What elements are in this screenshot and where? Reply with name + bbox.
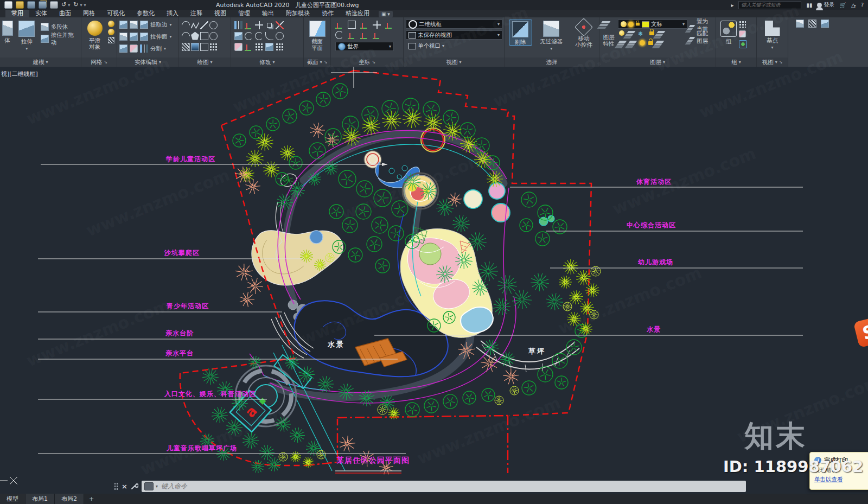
ribbon-tab[interactable]: 曲面 bbox=[53, 9, 77, 17]
panel-label-solid-editing[interactable]: 实体编辑▾ bbox=[117, 58, 178, 67]
hatch-icon[interactable] bbox=[182, 43, 190, 51]
ribbon-tab[interactable]: 管理 bbox=[232, 9, 256, 17]
slice-icon[interactable] bbox=[130, 33, 138, 41]
box-button[interactable]: 体 bbox=[2, 20, 13, 43]
ribbon-tab[interactable]: 插入 bbox=[161, 9, 184, 17]
ribbon-tab[interactable]: 网格 bbox=[77, 9, 101, 17]
extrude-face-icon[interactable] bbox=[234, 32, 242, 40]
ribbon-tab[interactable]: 实体 bbox=[29, 9, 53, 17]
layer-off-icon[interactable] bbox=[619, 30, 624, 36]
3d-rotate-icon[interactable] bbox=[245, 32, 253, 40]
boundary-icon[interactable] bbox=[200, 43, 208, 51]
no-filter-button[interactable]: 无过滤器 ▾ bbox=[538, 20, 566, 52]
panel-label-modeling[interactable]: 建模▾ bbox=[0, 58, 81, 67]
extrude-faces-button[interactable]: 拉伸面 bbox=[150, 33, 168, 41]
ungroup-icon[interactable] bbox=[739, 21, 746, 28]
panel-label-section[interactable]: 截面▾↘ bbox=[304, 58, 330, 67]
polysolid-button[interactable]: 多段体 bbox=[41, 22, 79, 32]
ucs-icon[interactable] bbox=[335, 21, 343, 29]
redo-dropdown-icon[interactable]: ▾ bbox=[80, 3, 82, 8]
layer-walk-icon[interactable] bbox=[618, 41, 627, 43]
ucs-object-icon[interactable] bbox=[360, 21, 368, 29]
ribbon-tab[interactable]: 常用 bbox=[5, 9, 29, 17]
account-icon[interactable]: ▮▮ bbox=[806, 2, 812, 8]
fillet-icon[interactable] bbox=[265, 32, 273, 40]
ucs-world-icon[interactable] bbox=[385, 21, 393, 29]
move-gizmo-button[interactable]: 移动小控件 bbox=[571, 20, 597, 48]
mesh-add-crease-icon[interactable] bbox=[108, 29, 114, 35]
layer-match-icon[interactable] bbox=[629, 41, 637, 43]
clipboard-icon[interactable] bbox=[808, 20, 816, 28]
extrude-button[interactable]: 拉伸 ▾ bbox=[15, 20, 39, 52]
undo-icon[interactable]: ↺ bbox=[61, 2, 66, 8]
erase-icon[interactable] bbox=[234, 43, 242, 51]
ribbon-collapse-icon[interactable]: ▣ ▾ bbox=[379, 11, 393, 17]
more-icon[interactable] bbox=[276, 43, 284, 51]
intersect-icon[interactable] bbox=[119, 33, 127, 41]
alert-icon[interactable]: △▾ bbox=[851, 2, 856, 8]
layer-prev-icon[interactable] bbox=[656, 41, 665, 43]
open-file-icon[interactable] bbox=[16, 1, 24, 9]
spline-icon[interactable] bbox=[180, 19, 192, 30]
layer-properties-button[interactable]: 图层特性 bbox=[602, 20, 616, 47]
subtract-icon[interactable] bbox=[130, 21, 138, 29]
set-current-button[interactable]: 置为当前 bbox=[690, 22, 713, 29]
ribbon-tab[interactable]: 视图 bbox=[208, 9, 232, 17]
point-icon[interactable] bbox=[209, 43, 218, 51]
ucs-named-icon[interactable] bbox=[348, 21, 356, 29]
viewport-controls-label[interactable]: 视][二维线框] bbox=[1, 70, 38, 78]
base-point-button[interactable]: 基点 ▾ bbox=[761, 20, 784, 51]
command-input[interactable] bbox=[160, 482, 743, 490]
ribbon-tab[interactable]: 协作 bbox=[316, 9, 340, 17]
app-store-icon[interactable]: 🛒 bbox=[839, 2, 846, 8]
panel-label-mesh[interactable]: 网格↘ bbox=[81, 58, 117, 67]
mesh-refine-icon[interactable] bbox=[108, 21, 114, 27]
qat-customize-icon[interactable]: ▾ bbox=[84, 3, 86, 8]
3d-align-icon[interactable] bbox=[245, 21, 253, 29]
smooth-object-button[interactable]: 平滑对象 bbox=[84, 20, 106, 50]
layer-unlock2-icon[interactable] bbox=[648, 41, 653, 45]
extrude-faces-icon[interactable] bbox=[140, 33, 148, 41]
subobject-icon[interactable] bbox=[265, 43, 273, 51]
notification-link[interactable]: 单击以查看 bbox=[814, 476, 868, 483]
extract-edges-icon[interactable] bbox=[140, 21, 148, 29]
command-dropdown-icon[interactable]: ▾ bbox=[156, 484, 158, 489]
presspull-button[interactable]: 按住并拖动 bbox=[41, 34, 79, 44]
ucs-3p-icon[interactable] bbox=[373, 31, 381, 39]
panel-label-selection[interactable]: 选择 bbox=[505, 58, 599, 67]
ribbon-tab[interactable]: 输出 bbox=[256, 9, 280, 17]
command-close-icon[interactable]: × bbox=[122, 482, 127, 490]
move-icon[interactable] bbox=[255, 21, 263, 29]
layer-make-current-icon[interactable] bbox=[657, 31, 666, 33]
panel-label-view[interactable]: 视图▾ bbox=[404, 58, 504, 67]
ribbon-tab[interactable]: 附加模块 bbox=[280, 9, 316, 17]
viewport-config-select[interactable]: 单个视口 ▾ bbox=[406, 41, 481, 50]
layer-lock-icon[interactable] bbox=[649, 31, 654, 35]
plot-icon[interactable] bbox=[50, 1, 58, 9]
mesh-smooth-less-icon[interactable] bbox=[108, 37, 114, 43]
ribbon-tab[interactable]: 参数化 bbox=[131, 9, 161, 17]
panel-label-view2[interactable]: 视图▾↘ bbox=[757, 58, 788, 67]
panel-label-layers[interactable]: 图层▾ bbox=[599, 58, 716, 67]
array-icon[interactable] bbox=[255, 43, 263, 51]
layout-tab[interactable]: 模型 bbox=[0, 494, 25, 504]
layer-freeze-icon[interactable]: ❄ bbox=[638, 30, 646, 39]
match-layer-button[interactable]: 匹配图层 bbox=[690, 34, 713, 41]
group-button[interactable]: 组 bbox=[720, 20, 737, 44]
match-properties-icon[interactable] bbox=[821, 20, 829, 28]
separate-button[interactable]: 分割 bbox=[150, 45, 162, 53]
help-search-input[interactable] bbox=[738, 1, 801, 9]
interfere-icon[interactable] bbox=[119, 44, 127, 53]
panel-label-draw[interactable]: 绘图▾ bbox=[179, 58, 231, 67]
tool-palette-icon[interactable] bbox=[796, 20, 804, 28]
customize-wrench-icon[interactable] bbox=[131, 482, 138, 490]
arc-icon[interactable] bbox=[180, 30, 192, 41]
circle-icon[interactable] bbox=[209, 21, 218, 29]
group-selection-toggle-icon[interactable] bbox=[739, 40, 747, 48]
layer-thaw-all-icon[interactable] bbox=[640, 40, 645, 46]
recent-commands-icon[interactable] bbox=[144, 482, 154, 490]
save-as-icon[interactable] bbox=[39, 1, 47, 9]
union-icon[interactable] bbox=[119, 21, 127, 29]
new-file-icon[interactable] bbox=[4, 1, 12, 9]
rectangle-icon[interactable] bbox=[200, 32, 208, 40]
